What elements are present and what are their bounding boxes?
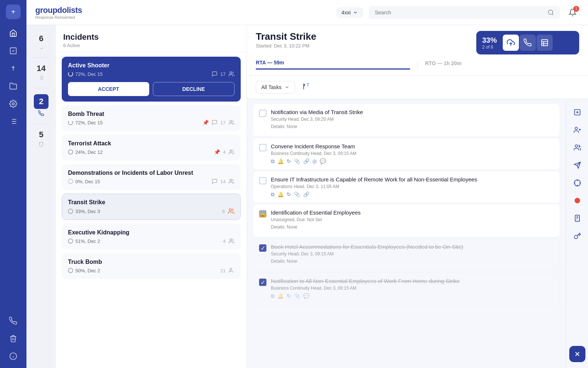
paperclip-icon[interactable]: 📎 xyxy=(294,158,300,164)
bell-small-icon[interactable]: 🔔 xyxy=(277,191,284,198)
num-item-3[interactable]: 2 xyxy=(31,90,51,122)
detail-title: Transit Strike xyxy=(256,31,316,42)
key-rail-button[interactable] xyxy=(570,229,585,243)
rta-tab[interactable]: RTA — 59m xyxy=(256,60,410,70)
link-icon[interactable]: 🔗 xyxy=(303,191,309,198)
home-icon[interactable] xyxy=(6,26,21,40)
incident-title: Executive Kidnapping xyxy=(68,229,234,236)
incidents-panel: Incidents 6 Active Active Shooter 72%, D… xyxy=(56,25,247,368)
logo: groupdolists Response Reinvented xyxy=(35,6,82,20)
bell-small-icon[interactable]: 🔔 xyxy=(277,293,284,299)
task-details: Details: None xyxy=(271,124,554,129)
add-new-button[interactable]: + xyxy=(6,4,21,19)
record-icon xyxy=(574,197,581,204)
svg-point-19 xyxy=(230,150,232,152)
task-checkbox-3[interactable] xyxy=(259,177,266,184)
bell-small-icon[interactable]: 🔔 xyxy=(277,158,284,164)
featured-actions: ACCEPT DECLINE xyxy=(68,82,234,96)
svg-line-12 xyxy=(552,14,553,15)
progress-ring-icon xyxy=(68,268,73,273)
plus-square-icon xyxy=(574,109,581,116)
phone-icon-bottom[interactable] xyxy=(6,314,21,328)
org-selector[interactable]: 4xxi xyxy=(336,7,363,18)
target-rail-button[interactable] xyxy=(570,176,585,190)
detail-progress-card: 33% 2 of 6 xyxy=(476,31,579,54)
flag-icon[interactable]: ◎ xyxy=(312,158,317,164)
incident-title: Terrorist Attack xyxy=(68,140,234,147)
incidents-list: Active Shooter 72%, Dec 15 17 xyxy=(56,52,247,368)
paperclip-icon[interactable]: 📎 xyxy=(294,293,300,299)
rto-tab[interactable]: RTO — 1h 20m xyxy=(425,60,580,69)
checklist-icon[interactable] xyxy=(6,43,21,58)
team-rail-button[interactable] xyxy=(570,140,585,155)
search-input[interactable] xyxy=(375,10,545,15)
incident-card-transit-strike[interactable]: Transit Strike 33%, Dec 3 6 xyxy=(62,194,241,220)
num-item-4: 5 xyxy=(31,125,51,153)
add-task-rail-button[interactable] xyxy=(570,105,585,120)
svg-point-11 xyxy=(548,10,553,14)
table-action-button[interactable] xyxy=(537,35,553,51)
add-person-rail-button[interactable] xyxy=(570,123,585,137)
incident-icons: 📌 4 xyxy=(214,149,234,155)
export-rail-button[interactable] xyxy=(570,158,585,173)
task-checkbox-2[interactable] xyxy=(259,144,266,151)
incident-card-bomb-threat[interactable]: Bomb Threat 72%, Dec 15 📌 17 xyxy=(62,105,241,131)
decline-button[interactable]: DECLINE xyxy=(153,82,235,96)
task-checkbox-5[interactable]: ✓ xyxy=(259,244,266,252)
refresh-icon[interactable]: ↻ xyxy=(287,191,291,198)
task-item: Notification via Media of Transit Strike… xyxy=(253,103,560,137)
task-meta: Business Continuity Head, Dec 3, 09:15 A… xyxy=(271,151,554,156)
logo-bold: do xyxy=(57,6,67,15)
incidents-subtitle: 6 Active xyxy=(63,43,239,48)
record-rail-button[interactable] xyxy=(570,193,585,208)
gesture-icon[interactable] xyxy=(6,61,21,76)
chat-icon xyxy=(212,120,218,125)
chat-small-icon[interactable]: 💬 xyxy=(320,158,326,164)
task-title: Identification of Essential Employees xyxy=(271,209,554,216)
list-icon[interactable] xyxy=(6,114,21,129)
copy-icon[interactable]: ⧉ xyxy=(271,191,275,198)
users-icon xyxy=(229,268,234,273)
link-icon[interactable]: 🔗 xyxy=(303,158,309,164)
folder-icon[interactable] xyxy=(6,79,21,93)
progress-sub: 2 of 6 xyxy=(482,45,497,50)
svg-point-20 xyxy=(230,179,232,181)
accept-button[interactable]: ACCEPT xyxy=(68,82,149,96)
crosshair-icon xyxy=(574,179,581,187)
incident-progress: 33%, Dec 3 xyxy=(68,209,100,214)
incident-card-labor-unrest[interactable]: Demonstrations or Incidents of Labor Unr… xyxy=(62,164,241,190)
incident-title: Transit Strike xyxy=(68,199,234,206)
trash-icon[interactable] xyxy=(6,331,21,346)
copy-icon[interactable]: ⧉ xyxy=(271,158,275,164)
detail-action-icons xyxy=(503,35,553,51)
settings-icon[interactable] xyxy=(6,96,21,111)
search-icon xyxy=(548,9,554,16)
task-title: Notification to All Non-Essential Employ… xyxy=(271,278,554,284)
task-checkbox-1[interactable] xyxy=(259,110,266,117)
info-icon[interactable] xyxy=(6,349,21,364)
incident-card-truck-bomb[interactable]: Truck Bomb 50%, Dec 2 21 xyxy=(62,253,241,279)
chat-small-icon[interactable]: 💬 xyxy=(303,293,309,299)
incident-card-terrorist-attack[interactable]: Terrorist Attack 24%, Dec 12 📌 4 xyxy=(62,135,241,160)
task-filter-select[interactable]: All Tasks xyxy=(256,81,295,93)
starred-users-icon xyxy=(228,208,234,215)
incident-icons: 4 xyxy=(223,238,234,244)
paperclip-icon[interactable]: 📎 xyxy=(294,191,300,198)
close-detail-button[interactable] xyxy=(569,346,585,362)
refresh-icon[interactable]: ↻ xyxy=(287,293,291,299)
task-item: Convene Incident Response Team Business … xyxy=(253,138,560,170)
notification-button[interactable]: 1 xyxy=(566,6,579,19)
copy-icon[interactable]: ⧉ xyxy=(271,293,275,299)
task-content: Notification via Media of Transit Strike… xyxy=(271,109,554,131)
task-checkbox-6[interactable]: ✓ xyxy=(259,279,266,286)
refresh-icon[interactable]: ↻ xyxy=(287,158,291,164)
incident-card-active-shooter[interactable]: Active Shooter 72%, Dec 15 17 xyxy=(62,57,241,102)
cloud-action-button[interactable] xyxy=(503,35,519,51)
detail-started: Started: Dec 3, 10:22 PM xyxy=(256,43,316,49)
rta-bar: RTA — 59m RTO — 1h 20m xyxy=(256,60,579,70)
incident-card-executive-kidnapping[interactable]: Executive Kidnapping 51%, Dec 2 4 xyxy=(62,224,241,250)
sort-icon[interactable] xyxy=(302,83,310,92)
report-rail-button[interactable] xyxy=(570,211,585,226)
phone-action-button[interactable] xyxy=(520,35,536,51)
task-title: Book Hotel Accommodations for Essentials… xyxy=(271,244,554,250)
